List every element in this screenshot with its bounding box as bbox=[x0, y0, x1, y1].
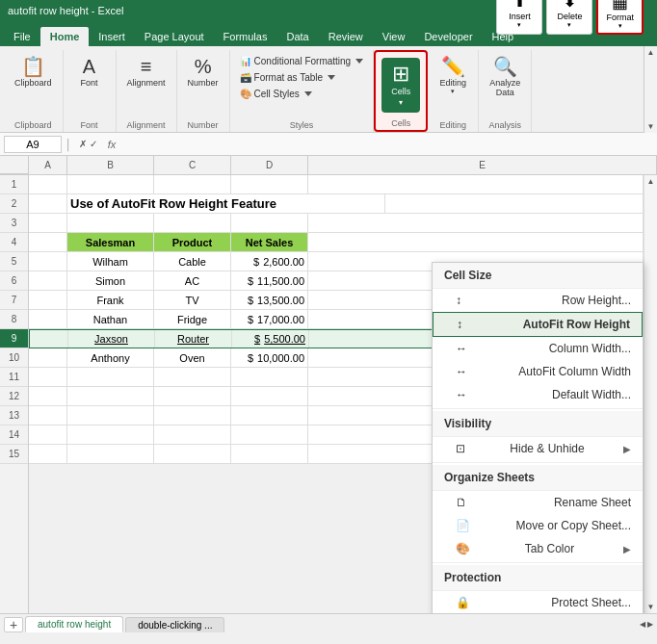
scroll-down-btn[interactable]: ▼ bbox=[647, 603, 655, 611]
cell-b4[interactable]: Salesman bbox=[67, 233, 154, 251]
cell-a6[interactable] bbox=[29, 271, 67, 290]
analyze-data-button[interactable]: 🔍 AnalyzeData bbox=[485, 54, 525, 100]
cell-b8[interactable]: Nathan bbox=[67, 310, 154, 328]
ribbon-scrollbar[interactable]: ▲ ▼ bbox=[644, 46, 657, 133]
cell-d1[interactable] bbox=[231, 175, 308, 193]
font-button[interactable]: A Font bbox=[70, 54, 109, 90]
row-num-4[interactable]: 4 bbox=[0, 233, 28, 252]
cell-c13[interactable] bbox=[154, 406, 231, 425]
tab-view[interactable]: View bbox=[373, 27, 415, 46]
autofit-row-height-item[interactable]: ↕ AutoFit Row Height bbox=[433, 312, 643, 337]
cell-d8[interactable]: $17,000.00 bbox=[231, 310, 308, 328]
format-as-table-button[interactable]: 🗃️ Format as Table bbox=[236, 70, 368, 85]
cell-d9[interactable]: $5,500.00 bbox=[232, 330, 309, 348]
number-button[interactable]: % Number bbox=[183, 54, 223, 90]
cell-a2[interactable] bbox=[29, 194, 67, 213]
cell-c5[interactable]: Cable bbox=[154, 252, 231, 270]
cell-c3[interactable] bbox=[154, 214, 231, 232]
cell-c7[interactable]: TV bbox=[154, 291, 231, 309]
cell-a9[interactable] bbox=[30, 330, 68, 348]
row-num-8[interactable]: 8 bbox=[0, 310, 28, 329]
formula-input[interactable] bbox=[123, 136, 653, 153]
row-num-2[interactable]: 2 bbox=[0, 194, 28, 214]
cell-a7[interactable] bbox=[29, 291, 67, 309]
cell-a13[interactable] bbox=[29, 406, 67, 425]
cell-d12[interactable] bbox=[231, 387, 308, 405]
cell-c4[interactable]: Product bbox=[154, 233, 231, 251]
insert-button[interactable]: ⬆ Insert ▾ bbox=[496, 0, 542, 35]
cell-a10[interactable] bbox=[29, 348, 67, 367]
cell-b9[interactable]: Jaxson bbox=[68, 330, 155, 348]
row-num-10[interactable]: 10 bbox=[0, 348, 28, 368]
tab-home[interactable]: Home bbox=[40, 27, 90, 46]
rename-sheet-item[interactable]: 🗋 Rename Sheet bbox=[433, 491, 643, 514]
row-num-6[interactable]: 6 bbox=[0, 271, 28, 291]
cell-d10[interactable]: $10,000.00 bbox=[231, 348, 308, 367]
cell-b14[interactable] bbox=[67, 425, 154, 444]
cell-a11[interactable] bbox=[29, 368, 67, 386]
cell-d5[interactable]: $2,600.00 bbox=[231, 252, 308, 270]
col-header-a[interactable]: A bbox=[29, 156, 67, 174]
cell-c9[interactable]: Router bbox=[155, 330, 232, 348]
row-num-15[interactable]: 15 bbox=[0, 445, 28, 464]
tab-data[interactable]: Data bbox=[276, 27, 318, 46]
autofit-column-width-item[interactable]: ↔ AutoFit Column Width bbox=[433, 360, 643, 383]
cell-b3[interactable] bbox=[67, 214, 154, 232]
cell-styles-button[interactable]: 🎨 Cell Styles bbox=[236, 87, 368, 101]
sheet-nav-right[interactable]: ▶ bbox=[647, 620, 653, 629]
hide-unhide-item[interactable]: ⊡ Hide & Unhide ▶ bbox=[433, 437, 643, 460]
tab-formulas[interactable]: Formulas bbox=[214, 27, 277, 46]
format-button[interactable]: ▦ Format ▾ bbox=[596, 0, 644, 35]
row-num-13[interactable]: 13 bbox=[0, 406, 28, 425]
cell-a8[interactable] bbox=[29, 310, 67, 328]
add-sheet-button[interactable]: + bbox=[4, 617, 23, 632]
sheet-tab-autofit[interactable]: autofit row height bbox=[25, 616, 123, 632]
cells-main-button[interactable]: ⊞ Cells ▾ bbox=[381, 58, 420, 113]
name-box[interactable] bbox=[4, 136, 62, 153]
row-num-1[interactable]: 1 bbox=[0, 175, 28, 194]
cell-c12[interactable] bbox=[154, 387, 231, 405]
cell-b13[interactable] bbox=[67, 406, 154, 425]
cell-a1[interactable] bbox=[29, 175, 67, 193]
cell-e1[interactable] bbox=[308, 175, 644, 193]
row-num-5[interactable]: 5 bbox=[0, 252, 28, 271]
cell-d15[interactable] bbox=[231, 445, 308, 463]
clipboard-button[interactable]: 📋 Clipboard bbox=[10, 54, 57, 90]
row-num-7[interactable]: 7 bbox=[0, 291, 28, 310]
cell-e2[interactable] bbox=[385, 194, 644, 213]
scroll-up-btn[interactable]: ▲ bbox=[647, 177, 655, 186]
cell-d4[interactable]: Net Sales bbox=[231, 233, 308, 251]
cell-c8[interactable]: Fridge bbox=[154, 310, 231, 328]
cell-e3[interactable] bbox=[308, 214, 644, 232]
conditional-formatting-button[interactable]: 📊 Conditional Formatting bbox=[236, 54, 368, 68]
col-header-d[interactable]: D bbox=[231, 156, 308, 174]
cell-b5[interactable]: Wilham bbox=[67, 252, 154, 270]
cell-c15[interactable] bbox=[154, 445, 231, 463]
scroll-down-icon[interactable]: ▼ bbox=[647, 122, 655, 131]
cell-c6[interactable]: AC bbox=[154, 271, 231, 290]
cell-d6[interactable]: $11,500.00 bbox=[231, 271, 308, 290]
delete-button[interactable]: ⬇ Delete ▾ bbox=[546, 0, 592, 35]
cell-d14[interactable] bbox=[231, 425, 308, 444]
cell-c1[interactable] bbox=[154, 175, 231, 193]
cell-d13[interactable] bbox=[231, 406, 308, 425]
cell-b12[interactable] bbox=[67, 387, 154, 405]
cell-d7[interactable]: $13,500.00 bbox=[231, 291, 308, 309]
cell-c14[interactable] bbox=[154, 425, 231, 444]
col-header-c[interactable]: C bbox=[154, 156, 231, 174]
tab-page-layout[interactable]: Page Layout bbox=[135, 27, 214, 46]
cell-b7[interactable]: Frank bbox=[67, 291, 154, 309]
cell-a12[interactable] bbox=[29, 387, 67, 405]
tab-color-item[interactable]: 🎨 Tab Color ▶ bbox=[433, 537, 643, 560]
cell-a5[interactable] bbox=[29, 252, 67, 270]
row-num-12[interactable]: 12 bbox=[0, 387, 28, 406]
cell-d11[interactable] bbox=[231, 368, 308, 386]
alignment-button[interactable]: ≡ Alignment bbox=[122, 54, 171, 90]
vertical-scrollbar[interactable]: ▲ ▼ bbox=[644, 175, 657, 613]
row-num-3[interactable]: 3 bbox=[0, 214, 28, 233]
protect-sheet-item[interactable]: 🔒 Protect Sheet... bbox=[433, 591, 643, 613]
cell-b1[interactable] bbox=[67, 175, 154, 193]
default-width-item[interactable]: ↔ Default Width... bbox=[433, 383, 643, 406]
sheet-tab-double-clicking[interactable]: double-clicking ... bbox=[125, 617, 224, 632]
cell-b2-title[interactable]: Use of AutoFit Row Height Feature bbox=[67, 194, 385, 213]
